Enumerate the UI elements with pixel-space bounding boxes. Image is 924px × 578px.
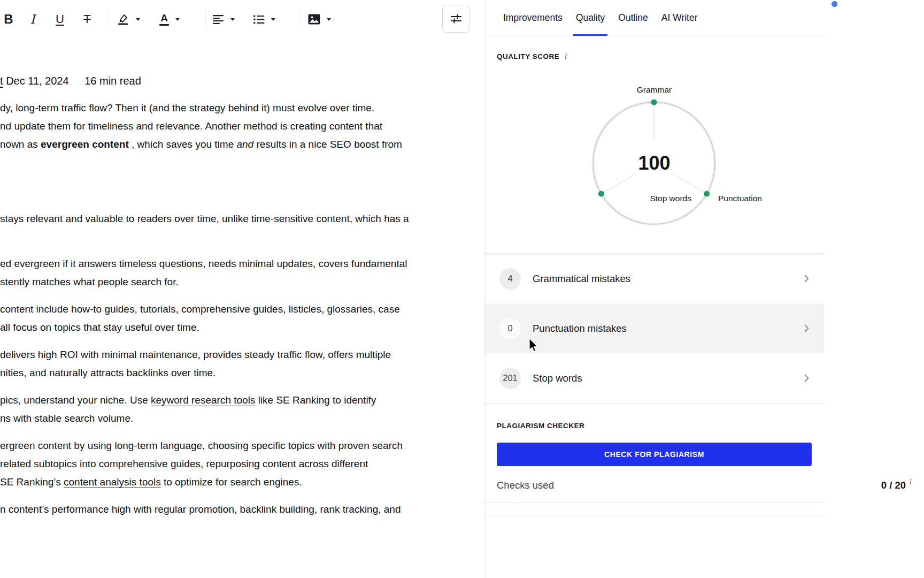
article-line: nown as evergreen content , which saves … xyxy=(0,136,402,153)
article-line: n content’s performance high with regula… xyxy=(0,501,401,518)
chevron-down-icon xyxy=(136,18,140,21)
toolbar-divider xyxy=(301,12,301,27)
highlight-color-button[interactable] xyxy=(117,7,140,31)
text-color-button[interactable]: A xyxy=(159,7,180,31)
gauge-label-grammar: Grammar xyxy=(484,85,824,95)
divider xyxy=(484,503,824,503)
bold-button[interactable]: B xyxy=(0,7,19,31)
article-line: nd update them for timeliness and releva… xyxy=(0,118,382,134)
editor-settings-button[interactable] xyxy=(442,5,470,33)
plagiarism-checker-header: PLAGIARISM CHECKER xyxy=(497,422,584,430)
check-row-stop-words[interactable]: 201 Stop words xyxy=(484,353,824,403)
article-line: delivers high ROI with minimal maintenan… xyxy=(0,347,391,363)
article-line: related subtopics into comprehensive gui… xyxy=(0,456,368,472)
check-row-label: Grammatical mistakes xyxy=(533,254,630,303)
mouse-cursor xyxy=(529,338,541,354)
article-line: SE Ranking’s content analysis tools to o… xyxy=(0,474,302,490)
count-badge: 0 xyxy=(499,318,521,339)
gauge-label-punctuation: Punctuation xyxy=(718,194,762,203)
article-line: dy, long-term traffic flow? Then it (and… xyxy=(0,100,374,116)
check-for-plagiarism-button[interactable]: CHECK FOR PLAGIARISM xyxy=(497,443,812,466)
quality-score-header: QUALITY SCOREi xyxy=(497,52,567,61)
article-line: content include how-to guides, tutorials… xyxy=(0,301,400,317)
strikethrough-button[interactable]: T xyxy=(76,7,98,31)
check-row-grammatical-mistakes[interactable]: 4 Grammatical mistakes xyxy=(484,254,824,303)
info-icon[interactable]: i xyxy=(910,478,912,486)
chevron-right-icon xyxy=(804,374,809,382)
tab-quality[interactable]: Quality xyxy=(576,0,605,36)
divider xyxy=(484,403,824,404)
tab-improvements[interactable]: Improvements xyxy=(503,0,563,36)
chevron-down-icon xyxy=(271,18,275,21)
chevron-down-icon xyxy=(230,18,235,21)
check-row-label: Punctuation mistakes xyxy=(533,303,627,353)
editor-toolbar: B I U T A xyxy=(0,0,484,39)
article-meta: t Dec 11, 2024 16 min read xyxy=(0,73,141,89)
chevron-down-icon xyxy=(327,18,331,21)
keyword-research-tools-link[interactable]: keyword research tools xyxy=(151,394,255,406)
check-row-label: Stop words xyxy=(533,353,582,403)
bold-icon: B xyxy=(4,12,13,27)
underline-icon: U xyxy=(56,12,64,26)
content-analysis-tools-link[interactable]: content analysis tools xyxy=(64,476,161,488)
tab-ai-writer[interactable]: AI Writer xyxy=(661,0,698,36)
quality-score-value: 100 xyxy=(484,154,824,173)
italic-icon: I xyxy=(30,12,35,26)
gauge-label-stop-words: Stop words xyxy=(650,194,691,203)
text-color-icon: A xyxy=(159,13,169,26)
checks-used-label: Checks used xyxy=(497,480,554,491)
bullet-list-icon xyxy=(253,15,265,24)
count-badge: 201 xyxy=(499,368,521,389)
align-icon xyxy=(213,15,224,24)
chevron-down-icon xyxy=(175,18,180,21)
divider xyxy=(484,515,824,515)
editor-pane: B I U T A xyxy=(0,0,484,578)
notification-dot xyxy=(831,1,837,7)
read-time: 16 min read xyxy=(84,75,141,87)
quality-panel: Improvements Quality Outline AI Writer Q… xyxy=(484,0,924,578)
article-line: stently matches what people search for. xyxy=(0,274,179,290)
info-icon[interactable]: i xyxy=(565,52,567,60)
content-editor-app: B I U T A xyxy=(0,0,924,578)
count-badge: 4 xyxy=(499,268,521,290)
article-line: nities, and naturally attracts backlinks… xyxy=(0,365,215,381)
italic-button[interactable]: I xyxy=(22,7,43,31)
punctuation-dot xyxy=(704,191,710,197)
tab-outline[interactable]: Outline xyxy=(618,0,648,36)
toolbar-divider xyxy=(107,12,107,27)
meta-link-fragment[interactable]: t xyxy=(0,75,3,87)
strikethrough-icon: T xyxy=(83,12,90,26)
stop-words-dot xyxy=(598,191,604,197)
image-icon xyxy=(308,14,320,25)
chevron-right-icon xyxy=(804,324,809,332)
article-line: ns with stable search volume. xyxy=(0,410,133,427)
chevron-right-icon xyxy=(804,275,809,283)
toolbar-divider xyxy=(205,12,206,27)
article-line: pics, understand your niche. Use keyword… xyxy=(0,392,376,408)
panel-tabbar: Improvements Quality Outline AI Writer xyxy=(484,0,824,36)
list-button[interactable] xyxy=(253,7,275,31)
underline-button[interactable]: U xyxy=(49,7,71,31)
article-line: ergreen content by using long-term langu… xyxy=(0,438,403,454)
article-line: all focus on topics that stay useful ove… xyxy=(0,320,199,336)
article-line: stays relevant and valuable to readers o… xyxy=(0,211,409,227)
article-line: ed evergreen if it answers timeless ques… xyxy=(0,256,407,272)
checks-used-value: 0 / 20 i xyxy=(881,480,912,491)
insert-image-button[interactable] xyxy=(308,7,331,31)
grammar-dot xyxy=(651,100,657,105)
article-date: Dec 11, 2024 xyxy=(6,75,69,87)
text-align-button[interactable] xyxy=(213,7,235,31)
highlight-icon xyxy=(117,13,129,26)
sliders-icon xyxy=(450,12,463,25)
